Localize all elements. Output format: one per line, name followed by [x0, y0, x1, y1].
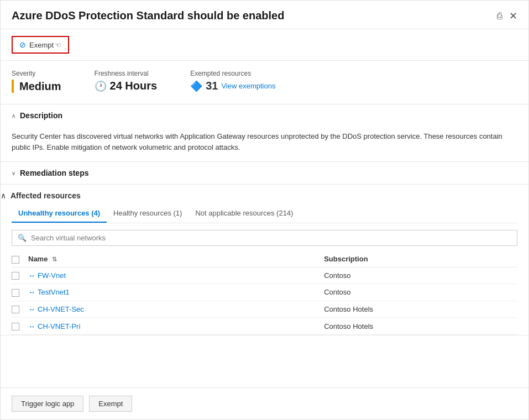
- table-row: ↔ CH-VNET-Sec Contoso Hotels: [12, 301, 517, 318]
- row-name-cell: ↔ CH-VNET-Pri: [24, 318, 320, 335]
- dialog-title: Azure DDoS Protection Standard should be…: [12, 9, 284, 22]
- footer-exempt-button[interactable]: Exempt: [89, 396, 132, 412]
- severity-label: Severity: [12, 70, 61, 77]
- row-name-cell: ↔ CH-VNET-Sec: [24, 301, 320, 318]
- header-icons: ⎙ ✕: [497, 10, 517, 22]
- freshness-metric: Freshness interval 🕐 24 Hours: [95, 70, 158, 92]
- close-icon[interactable]: ✕: [509, 10, 517, 22]
- description-section-header[interactable]: ∧ Description: [1, 104, 528, 127]
- vnet-icon: ↔: [28, 271, 35, 280]
- affected-resources-title: Affected resources: [11, 191, 81, 200]
- table-body: ↔ FW-Vnet Contoso ↔ TestVnet1 Contoso: [12, 267, 517, 334]
- remediation-chevron-icon: ∨: [12, 170, 15, 176]
- remediation-section-header[interactable]: ∨ Remediation steps: [1, 162, 528, 184]
- header-checkbox-col: [12, 251, 24, 267]
- vnet-icon: ↔: [28, 322, 35, 330]
- severity-text: Medium: [19, 80, 61, 93]
- select-all-checkbox[interactable]: [12, 256, 19, 264]
- severity-bar: [12, 80, 14, 93]
- row-name-cell: ↔ FW-Vnet: [24, 267, 320, 284]
- severity-value: Medium: [12, 80, 61, 93]
- metrics-row: Severity Medium Freshness interval 🕐 24 …: [1, 61, 528, 104]
- tab-not-applicable[interactable]: Not applicable resources (214): [188, 204, 300, 223]
- dialog-body: ⊘ Exempt ☜ Severity Medium Freshness int…: [1, 29, 528, 387]
- main-dialog: Azure DDoS Protection Standard should be…: [0, 0, 529, 420]
- exempted-value: 🔷 31 View exemptions: [190, 80, 275, 92]
- table-row: ↔ CH-VNET-Pri Contoso Hotels: [12, 318, 517, 335]
- exempted-count: 31: [206, 80, 218, 92]
- row-subscription-cell: Contoso: [320, 267, 517, 284]
- print-icon[interactable]: ⎙: [497, 11, 502, 21]
- tab-healthy[interactable]: Healthy resources (1): [107, 204, 188, 223]
- exempt-area: ⊘ Exempt ☜: [1, 29, 528, 61]
- row-checkbox[interactable]: [12, 323, 19, 330]
- freshness-label: Freshness interval: [95, 70, 158, 77]
- row-checkbox[interactable]: [12, 289, 19, 297]
- exempted-info-icon: 🔷: [190, 80, 202, 92]
- table-row: ↔ FW-Vnet Contoso: [12, 267, 517, 284]
- subscription-column-header: Subscription: [320, 251, 517, 267]
- dialog-footer: Trigger logic app Exempt: [1, 387, 528, 419]
- resource-link[interactable]: ↔ CH-VNET-Sec: [28, 305, 84, 313]
- description-section: ∧ Description Security Center has discov…: [1, 104, 528, 162]
- exempt-button[interactable]: ⊘ Exempt ☜: [12, 36, 69, 54]
- affected-resources-content: Unhealthy resources (4) Healthy resource…: [1, 204, 528, 335]
- affected-resources-header[interactable]: ∧ Affected resources: [1, 185, 528, 204]
- description-text: Security Center has discovered virtual n…: [12, 131, 517, 153]
- affected-resources-section: ∧ Affected resources Unhealthy resources…: [1, 185, 528, 335]
- resource-link[interactable]: ↔ FW-Vnet: [28, 271, 66, 280]
- description-section-body: Security Center has discovered virtual n…: [1, 127, 528, 161]
- check-circle-icon: ⊘: [19, 40, 26, 49]
- tab-unhealthy[interactable]: Unhealthy resources (4): [12, 204, 107, 223]
- resource-link[interactable]: ↔ CH-VNET-Pri: [28, 322, 80, 330]
- row-checkbox[interactable]: [12, 306, 19, 313]
- row-checkbox-cell: [12, 318, 24, 335]
- dialog-header: Azure DDoS Protection Standard should be…: [1, 1, 528, 29]
- exempted-label: Exempted resources: [190, 70, 275, 77]
- severity-metric: Severity Medium: [12, 70, 61, 93]
- freshness-text: 24 Hours: [110, 80, 158, 92]
- resource-tabs: Unhealthy resources (4) Healthy resource…: [12, 204, 517, 223]
- trigger-logic-app-button[interactable]: Trigger logic app: [12, 396, 83, 412]
- description-section-title: Description: [20, 111, 62, 120]
- description-chevron-icon: ∧: [12, 113, 15, 119]
- row-checkbox-cell: [12, 284, 24, 301]
- clock-icon: 🕐: [95, 80, 107, 92]
- row-checkbox-cell: [12, 301, 24, 318]
- row-name-cell: ↔ TestVnet1: [24, 284, 320, 301]
- vnet-icon: ↔: [28, 288, 35, 296]
- name-sort-icon[interactable]: ⇅: [52, 256, 57, 262]
- exempt-button-label: Exempt: [29, 41, 54, 49]
- resources-table: Name ⇅ Subscription ↔ FW-Vnet Contoso: [12, 251, 517, 335]
- remediation-section-title: Remediation steps: [20, 169, 88, 177]
- view-exemptions-link[interactable]: View exemptions: [221, 82, 275, 90]
- name-column-header: Name ⇅: [24, 251, 320, 267]
- search-box: 🔍: [12, 230, 517, 246]
- exempted-metric: Exempted resources 🔷 31 View exemptions: [190, 70, 275, 92]
- vnet-icon: ↔: [28, 305, 35, 313]
- remediation-section: ∨ Remediation steps: [1, 162, 528, 185]
- resource-link[interactable]: ↔ TestVnet1: [28, 288, 70, 296]
- freshness-value: 🕐 24 Hours: [95, 80, 158, 92]
- row-subscription-cell: Contoso Hotels: [320, 318, 517, 335]
- row-subscription-cell: Contoso: [320, 284, 517, 301]
- search-input[interactable]: [31, 234, 511, 242]
- table-row: ↔ TestVnet1 Contoso: [12, 284, 517, 301]
- row-subscription-cell: Contoso Hotels: [320, 301, 517, 318]
- affected-chevron-icon: ∧: [1, 191, 6, 200]
- row-checkbox[interactable]: [12, 272, 19, 280]
- row-checkbox-cell: [12, 267, 24, 284]
- cursor-indicator: ☜: [55, 41, 61, 49]
- table-header-row: Name ⇅ Subscription: [12, 251, 517, 267]
- search-icon: 🔍: [18, 234, 27, 242]
